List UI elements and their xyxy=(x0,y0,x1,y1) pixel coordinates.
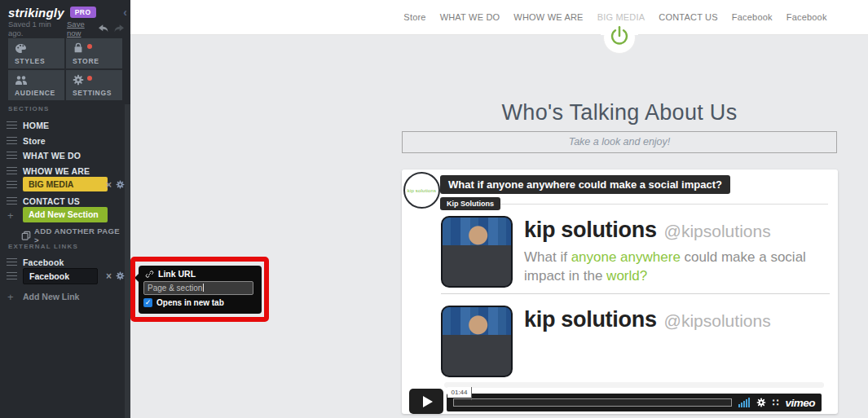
sidebar-external-link-facebook[interactable]: Facebook × xyxy=(0,268,125,284)
fullscreen-icon[interactable]: ∷ xyxy=(773,398,779,407)
section-label: HOME xyxy=(23,121,49,130)
editor-sidebar: strikingly PRO ‹ Saved 1 min ago. Save n… xyxy=(0,0,130,418)
tweet-body: What if anyone anywhere could make a soc… xyxy=(524,249,850,286)
strikingly-editor: strikingly PRO ‹ Saved 1 min ago. Save n… xyxy=(0,0,868,418)
pro-badge: PRO xyxy=(70,7,96,18)
video-title-badge: What if anyone anywhere could make a soc… xyxy=(440,175,730,194)
toolbar-store-button[interactable]: STORE xyxy=(66,38,122,68)
link-icon xyxy=(145,270,154,279)
drag-handle-icon[interactable] xyxy=(7,137,17,145)
drag-handle-icon[interactable] xyxy=(7,167,17,175)
site-nav-bar: StoreWHAT WE DOWHOW WE AREBIG MEDIACONTA… xyxy=(130,0,868,35)
redo-icon[interactable] xyxy=(113,24,124,33)
site-nav-item-whow-we-are[interactable]: WHOW WE ARE xyxy=(513,12,583,22)
notification-dot xyxy=(87,76,92,81)
tweet-author-handle: @kipsolutions xyxy=(664,222,771,241)
drag-handle-icon[interactable] xyxy=(7,181,17,189)
strikingly-logo: strikingly xyxy=(8,6,64,20)
volume-icon[interactable] xyxy=(738,398,750,407)
add-new-link-button[interactable]: + Add New Link xyxy=(0,288,125,304)
section-label: WHOW WE ARE xyxy=(23,166,90,176)
site-nav-item-what-we-do[interactable]: WHAT WE DO xyxy=(440,12,500,22)
play-button[interactable] xyxy=(409,389,443,414)
popup-title: Link URL xyxy=(158,269,196,279)
save-status-row: Saved 1 min ago. Save now xyxy=(8,23,124,34)
add-new-link-label: Add New Link xyxy=(23,292,79,301)
section-subtitle-text: Take a look and enjoy! xyxy=(569,136,671,147)
plus-icon: + xyxy=(7,209,14,221)
video-thumbnail xyxy=(441,216,513,288)
sections-header: SECTIONS xyxy=(8,105,50,112)
undo-icon[interactable] xyxy=(99,24,109,33)
player-settings-gear-icon[interactable] xyxy=(756,398,766,407)
section-heading[interactable]: Who's Talking About Us xyxy=(502,100,738,125)
popup-arrow xyxy=(134,274,139,282)
toolbar-button-label: AUDIENCE xyxy=(15,89,55,97)
add-another-page-label: ADD ANOTHER PAGE > xyxy=(34,227,125,244)
drag-handle-icon[interactable] xyxy=(7,272,17,280)
sidebar-section-big-media[interactable]: BIG MEDIA × xyxy=(0,177,125,192)
tweet-author-handle: @kipsolutions xyxy=(664,311,771,331)
plus-icon: + xyxy=(7,290,14,302)
audience-people-icon xyxy=(15,74,28,89)
play-icon xyxy=(423,396,433,407)
site-nav-item-store[interactable]: Store xyxy=(403,12,425,22)
sidebar-section-what-we-do[interactable]: WHAT WE DO xyxy=(0,147,125,163)
pages-icon xyxy=(21,231,31,240)
site-nav-item-facebook[interactable]: Facebook xyxy=(732,12,773,22)
styles-palette-icon xyxy=(15,42,27,57)
saved-status-text: Saved 1 min ago. xyxy=(8,20,64,37)
tweet-author-name: kip solutions xyxy=(524,307,657,332)
add-another-page-button[interactable]: ADD ANOTHER PAGE > xyxy=(0,227,125,243)
drag-handle-icon[interactable] xyxy=(7,121,17,130)
section-settings-gear-icon[interactable] xyxy=(116,180,125,189)
toolbar-button-label: SETTINGS xyxy=(73,89,112,97)
collapse-sidebar-icon[interactable]: ‹ xyxy=(123,6,127,19)
external-links-header: EXTERNAL LINKS xyxy=(8,243,78,250)
kip-solutions-logo: kip solutions xyxy=(403,172,440,209)
settings-gear-icon xyxy=(73,74,84,89)
player-control-bar: ∷ vimeo xyxy=(447,394,822,411)
delete-link-icon[interactable]: × xyxy=(106,272,112,280)
add-new-section-label: Add New Section xyxy=(23,207,108,222)
toolbar-audience-button[interactable]: AUDIENCE xyxy=(8,70,64,100)
toolbar-settings-button[interactable]: SETTINGS xyxy=(66,70,122,100)
opens-in-new-tab-checkbox[interactable]: ✓ Opens in new tab xyxy=(143,298,224,307)
add-new-section-button[interactable]: + Add New Section xyxy=(0,207,125,222)
toolbar-styles-button[interactable]: STYLES xyxy=(8,38,64,68)
section-label: WHAT WE DO xyxy=(23,151,81,161)
drag-handle-icon[interactable] xyxy=(7,152,17,160)
site-nav-item-contact-us[interactable]: CONTACT US xyxy=(659,12,718,22)
checkbox-checked-icon: ✓ xyxy=(143,298,152,307)
vimeo-logo[interactable]: vimeo xyxy=(785,397,815,409)
site-nav-item-facebook[interactable]: Facebook xyxy=(786,12,827,22)
store-bag-icon xyxy=(73,42,84,57)
section-label: Store xyxy=(23,136,46,146)
site-preview: StoreWHAT WE DOWHOW WE AREBIG MEDIACONTA… xyxy=(130,0,868,418)
section-subtitle-box[interactable]: Take a look and enjoy! xyxy=(402,131,837,153)
link-url-popup: Link URL Page & section ✓ Opens in new t… xyxy=(139,266,262,314)
time-tooltip: 01:44 xyxy=(447,387,471,398)
sidebar-section-home[interactable]: HOME xyxy=(0,117,125,133)
section-label: CONTACT US xyxy=(23,196,80,206)
sidebar-section-store[interactable]: Store xyxy=(0,133,125,148)
sidebar-toolbar: STYLESSTOREAUDIENCESETTINGS xyxy=(8,38,122,100)
link-url-input[interactable]: Page & section xyxy=(143,281,253,295)
link-label-selected: Facebook xyxy=(23,268,98,284)
toolbar-button-label: STORE xyxy=(73,57,99,65)
power-icon xyxy=(609,25,630,48)
logo-row: strikingly PRO ‹ xyxy=(8,4,127,20)
notification-dot xyxy=(87,44,92,49)
drag-handle-icon[interactable] xyxy=(7,197,17,205)
tweet-author-name: kip solutions xyxy=(524,218,657,243)
sidebar-scrollbar[interactable] xyxy=(125,104,130,418)
delete-section-icon[interactable]: × xyxy=(106,181,112,189)
drag-handle-icon[interactable] xyxy=(7,258,17,266)
video-thumbnail xyxy=(441,306,513,377)
vimeo-embed[interactable]: kip solutions What if anyone anywhere co… xyxy=(402,169,838,414)
video-channel-badge: Kip Solutions xyxy=(440,197,500,210)
save-now-link[interactable]: Save now xyxy=(67,20,99,37)
progress-bar[interactable] xyxy=(453,398,732,407)
link-settings-gear-icon[interactable] xyxy=(116,271,125,280)
link-label: Facebook xyxy=(23,257,64,267)
